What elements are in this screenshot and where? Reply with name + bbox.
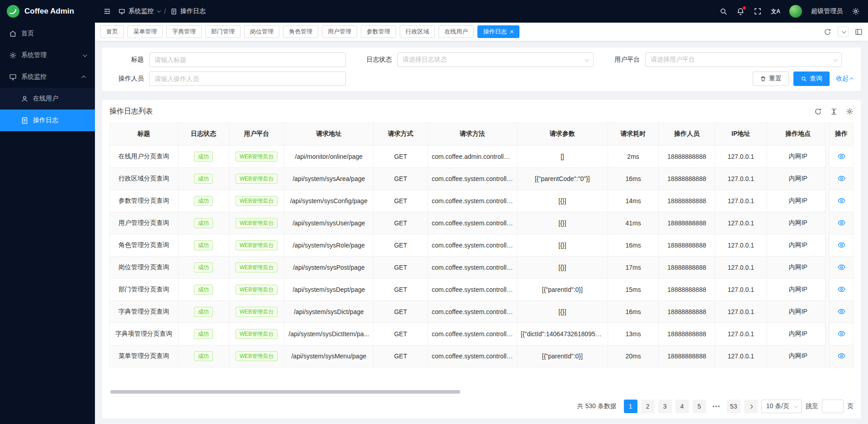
app-logo-icon: [6, 5, 20, 18]
current-user-name[interactable]: 超级管理员: [811, 7, 843, 15]
chevron-down-icon: [794, 404, 798, 408]
view-detail-button[interactable]: [838, 197, 845, 205]
column-header: 请求方式: [373, 123, 428, 145]
cell-ip: 127.0.0.1: [715, 167, 767, 190]
cell-operator: 18888888888: [659, 234, 715, 256]
cell-url: /api/system/sysDictItem/pa...: [284, 323, 373, 345]
operator-input[interactable]: [149, 71, 346, 86]
breadcrumb-section[interactable]: 系统监控: [128, 7, 154, 15]
view-detail-button[interactable]: [838, 286, 845, 293]
table-row: 行政区域分页查询成功WEB管理后台/api/system/sysArea/pag…: [110, 167, 853, 190]
top-bar: 系统监控 / 操作日志 文A 超级管理员: [95, 0, 868, 23]
cell-method: GET: [373, 256, 428, 278]
cell-operator: 18888888888: [659, 323, 715, 345]
cell-duration: 20ms: [608, 345, 659, 367]
cell-params: [{}]: [517, 190, 608, 212]
view-detail-button[interactable]: [838, 175, 845, 182]
tab-label: 角色管理: [289, 28, 312, 36]
cell-location: 内网IP: [767, 212, 830, 234]
cell-location: 内网IP: [767, 256, 830, 278]
notification-bell-icon[interactable]: [736, 7, 745, 15]
cell-location: 内网IP: [767, 345, 830, 367]
tab-label: 部门管理: [211, 28, 235, 36]
avatar[interactable]: [789, 5, 802, 18]
tab-label: 用户管理: [328, 28, 351, 36]
page-button[interactable]: 5: [693, 400, 706, 413]
sidebar-item-online-users[interactable]: 在线用户: [0, 88, 95, 110]
pagination: 共 530 条数据 12345•••53 10 条/页 跳至 页: [109, 394, 854, 419]
search-icon[interactable]: [719, 7, 727, 15]
refresh-icon[interactable]: [814, 108, 822, 115]
tab-item[interactable]: 岗位管理: [244, 25, 279, 38]
tab-item[interactable]: 操作日志×: [477, 25, 519, 38]
view-detail-button[interactable]: [838, 330, 845, 338]
page-button[interactable]: 1: [624, 400, 637, 413]
collapse-filters-link[interactable]: 收起: [836, 75, 854, 83]
reset-button[interactable]: 重置: [753, 71, 789, 86]
tab-item[interactable]: 菜单管理: [127, 25, 163, 38]
user-platform-select[interactable]: 请选择用户平台: [645, 52, 842, 67]
horizontal-scrollbar[interactable]: [109, 390, 854, 394]
chevron-down-icon: [833, 57, 838, 62]
view-detail-button[interactable]: [838, 219, 845, 227]
refresh-icon[interactable]: [824, 28, 831, 36]
horizontal-scrollbar-thumb[interactable]: [110, 390, 460, 394]
tab-item[interactable]: 角色管理: [283, 25, 318, 38]
notification-badge-dot: [743, 6, 746, 10]
cell-url: /api/system/sysDept/page: [284, 278, 373, 300]
cell-platform: WEB管理后台: [229, 145, 284, 167]
title-input[interactable]: [149, 52, 346, 67]
jump-page-input[interactable]: [822, 400, 844, 413]
search-button[interactable]: 查询: [793, 71, 830, 86]
settings-gear-icon[interactable]: [852, 7, 860, 15]
chevron-up-icon: [849, 77, 853, 81]
next-page-button[interactable]: [744, 400, 758, 413]
cell-method: GET: [373, 212, 428, 234]
tab-item[interactable]: 首页: [100, 25, 124, 38]
view-detail-button[interactable]: [838, 241, 845, 249]
cell-duration: 15ms: [608, 278, 659, 300]
view-detail-button[interactable]: [838, 308, 845, 315]
page-button[interactable]: 2: [641, 400, 655, 413]
vertical-scrollbar[interactable]: [825, 123, 830, 367]
row-density-icon[interactable]: [830, 108, 838, 115]
cell-platform: WEB管理后台: [229, 300, 284, 323]
cell-handler: com.coffee.system.controlle...: [428, 323, 517, 345]
view-detail-button[interactable]: [838, 352, 845, 360]
page-button[interactable]: 53: [727, 400, 741, 413]
page-button[interactable]: 3: [658, 400, 672, 413]
sidebar-item-system-monitor[interactable]: 系统监控: [0, 66, 95, 88]
page-size-select[interactable]: 10 条/页: [761, 400, 802, 413]
page-button[interactable]: 4: [675, 400, 689, 413]
status-tag: 成功: [194, 240, 213, 250]
column-settings-gear-icon[interactable]: [846, 108, 854, 115]
tab-item[interactable]: 部门管理: [205, 25, 241, 38]
language-switch-icon[interactable]: 文A: [771, 8, 780, 15]
layout-icon[interactable]: [855, 28, 863, 36]
tab-close-icon[interactable]: ×: [510, 29, 514, 35]
tab-item[interactable]: 在线用户: [439, 25, 474, 38]
fullscreen-icon[interactable]: [754, 7, 762, 15]
filter-platform-label: 用户平台: [605, 56, 645, 64]
cell-location: 内网IP: [767, 234, 830, 256]
sidebar-item-home[interactable]: 首页: [0, 23, 95, 44]
sidebar-item-system-management[interactable]: 系统管理: [0, 44, 95, 66]
cell-action: [830, 278, 853, 300]
tab-item[interactable]: 参数管理: [361, 25, 396, 38]
select-placeholder: 请选择用户平台: [651, 56, 695, 64]
tab-item[interactable]: 字典管理: [166, 25, 202, 38]
view-detail-button[interactable]: [838, 152, 845, 160]
tab-item[interactable]: 用户管理: [322, 25, 357, 38]
tab-actions-dropdown[interactable]: [838, 26, 849, 37]
sidebar-item-operation-log[interactable]: 操作日志: [0, 110, 95, 131]
chevron-right-icon: [749, 404, 753, 409]
table-row: 用户管理分页查询成功WEB管理后台/api/system/sysUser/pag…: [110, 212, 853, 234]
search-button-label: 查询: [810, 75, 822, 83]
page-list: 12345•••53: [624, 400, 741, 413]
tab-item[interactable]: 行政区域: [400, 25, 435, 38]
collapse-sidebar-icon[interactable]: [103, 7, 111, 15]
tab-label: 首页: [106, 28, 118, 36]
filter-title: 标题: [109, 52, 358, 67]
view-detail-button[interactable]: [838, 263, 845, 271]
log-status-select[interactable]: 请选择日志状态: [397, 52, 594, 67]
